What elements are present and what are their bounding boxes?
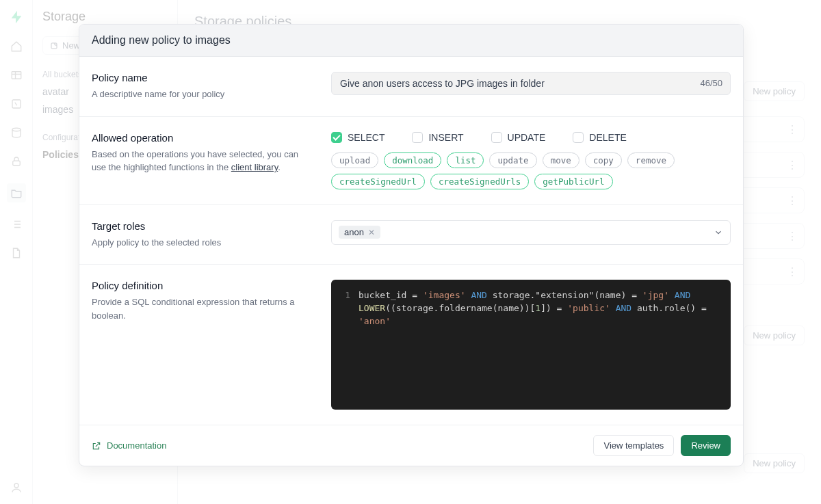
view-templates-button[interactable]: View templates	[593, 435, 674, 456]
section-policy-name: Policy name A descriptive name for your …	[79, 57, 743, 117]
operation-label: INSERT	[428, 132, 463, 143]
policy-name-desc: A descriptive name for your policy	[92, 88, 311, 101]
section-target-roles: Target roles Apply policy to the selecte…	[79, 205, 743, 265]
section-policy-definition: Policy definition Provide a SQL conditio…	[79, 265, 743, 425]
checkbox[interactable]	[573, 132, 584, 143]
policy-name-input[interactable]	[331, 72, 731, 95]
function-pill-createSignedUrls: createSignedUrls	[430, 174, 529, 189]
target-roles-desc: Apply policy to the selected roles	[92, 236, 311, 250]
operation-update[interactable]: UPDATE	[491, 132, 546, 143]
checkbox[interactable]	[412, 132, 423, 143]
modal-footer: Documentation View templates Review	[79, 425, 743, 466]
operation-label: DELETE	[589, 132, 626, 143]
code-editor[interactable]: 1 bucket_id = 'images' AND storage."exte…	[331, 280, 731, 410]
policy-name-label: Policy name	[92, 72, 311, 83]
operation-delete[interactable]: DELETE	[573, 132, 626, 143]
operations-row: SELECTINSERTUPDATEDELETE	[331, 132, 731, 143]
function-pill-upload: upload	[331, 152, 378, 168]
function-pill-download: download	[384, 152, 441, 168]
allowed-op-label: Allowed operation	[92, 132, 311, 144]
target-roles-label: Target roles	[92, 220, 311, 232]
review-button[interactable]: Review	[681, 435, 731, 456]
function-pill-move: move	[543, 152, 579, 168]
operation-select[interactable]: SELECT	[331, 132, 385, 143]
role-chip: anon ✕	[339, 226, 380, 239]
roles-select[interactable]: anon ✕	[331, 220, 731, 245]
chevron-down-icon	[714, 228, 723, 237]
functions-row: uploaddownloadlistupdatemovecopyremovecr…	[331, 152, 731, 189]
function-pill-update: update	[489, 152, 536, 168]
code-content: bucket_id = 'images' AND storage."extens…	[359, 289, 731, 328]
line-number: 1	[331, 289, 359, 328]
allowed-op-desc: Based on the operations you have selecte…	[92, 148, 311, 174]
policy-def-desc: Provide a SQL conditional expression tha…	[92, 295, 311, 322]
section-allowed-operation: Allowed operation Based on the operation…	[79, 117, 743, 205]
operation-label: SELECT	[348, 132, 385, 143]
function-pill-list: list	[447, 152, 484, 168]
function-pill-createSignedUrl: createSignedUrl	[331, 174, 425, 189]
checkbox[interactable]	[331, 132, 342, 143]
client-library-link[interactable]: client library	[231, 162, 278, 172]
modal-title: Adding new policy to images	[92, 34, 731, 47]
remove-role-icon[interactable]: ✕	[368, 228, 375, 237]
modal: Adding new policy to images Policy name …	[79, 24, 744, 466]
documentation-link[interactable]: Documentation	[92, 440, 166, 451]
operation-insert[interactable]: INSERT	[412, 132, 463, 143]
checkbox[interactable]	[491, 132, 502, 143]
function-pill-getPublicUrl: getPublicUrl	[534, 174, 612, 189]
char-counter: 46/50	[700, 78, 722, 88]
function-pill-copy: copy	[585, 152, 622, 168]
operation-label: UPDATE	[508, 132, 546, 143]
modal-header: Adding new policy to images	[79, 25, 743, 57]
function-pill-remove: remove	[627, 152, 675, 168]
policy-def-label: Policy definition	[92, 280, 311, 291]
